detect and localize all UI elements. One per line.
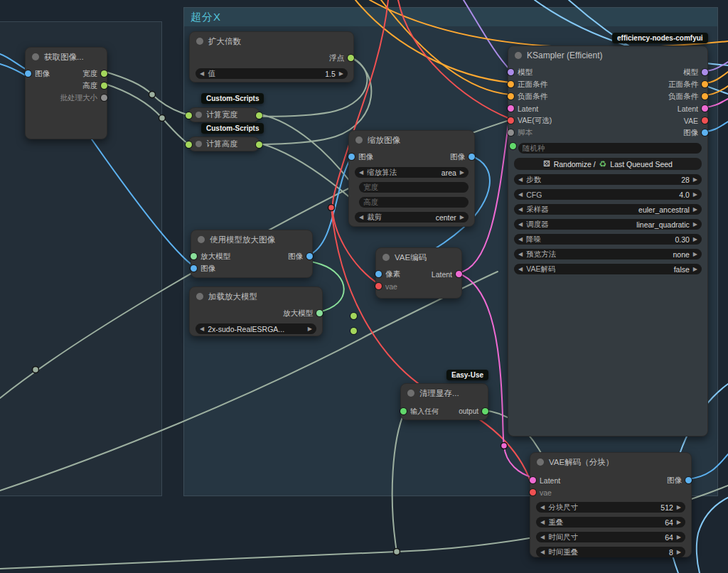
slot-dot[interactable] (702, 93, 708, 100)
slot-dot[interactable] (186, 141, 192, 148)
node-cleanup-vram[interactable]: 清理显存... 输入任何 output (400, 383, 488, 420)
widget-model-name[interactable]: ◀ 2x-sudo-RealESRGA... ▶ (196, 323, 316, 334)
slot-dot[interactable] (306, 253, 313, 259)
arrow-right-icon[interactable]: ▶ (339, 71, 343, 77)
slot-dot[interactable] (482, 408, 488, 414)
collapse-dot[interactable] (407, 390, 414, 397)
arrow-right-icon[interactable]: ▶ (693, 222, 697, 227)
slot-dot[interactable] (348, 154, 355, 160)
input-height-dot[interactable] (350, 328, 357, 334)
arrow-left-icon[interactable]: ◀ (540, 535, 545, 540)
node-title[interactable]: 清理显存... (401, 384, 488, 402)
arrow-right-icon[interactable]: ▶ (677, 520, 681, 525)
node-title[interactable]: 使用模型放大图像 (191, 230, 312, 249)
arrow-right-icon[interactable]: ▶ (677, 505, 681, 510)
widget-height[interactable]: 高度 (359, 197, 469, 208)
collapse-dot[interactable] (196, 141, 202, 147)
slot-dot[interactable] (508, 117, 514, 124)
arrow-right-icon[interactable]: ▶ (677, 550, 681, 555)
node-get-image[interactable]: 获取图像... 图像 宽度 高度 (25, 47, 107, 139)
node-title[interactable]: 获取图像... (26, 48, 107, 66)
arrow-right-icon[interactable]: ▶ (460, 170, 464, 176)
arrow-right-icon[interactable]: ▶ (693, 177, 697, 183)
arrow-left-icon[interactable]: ◀ (518, 252, 523, 257)
widget-tile-size[interactable]: ◀ 分块尺寸 512 ▶ (536, 502, 685, 513)
collapse-dot[interactable] (355, 136, 363, 144)
arrow-right-icon[interactable]: ▶ (677, 535, 681, 540)
node-calc-width[interactable]: 计算宽度 (188, 107, 260, 122)
node-title[interactable]: VAE编码 (376, 248, 461, 267)
arrow-left-icon[interactable]: ◀ (540, 520, 545, 525)
arrow-left-icon[interactable]: ◀ (518, 207, 523, 213)
node-scale-factor[interactable]: 扩大倍数 浮点 ◀ 值 1.5 ▶ (189, 31, 354, 82)
widget-vae-decode[interactable]: ◀ VAE解码 false ▶ (514, 264, 702, 274)
slot-dot[interactable] (702, 129, 708, 136)
node-calc-height[interactable]: 计算高度 (188, 136, 260, 151)
arrow-right-icon[interactable]: ▶ (460, 215, 464, 220)
node-title[interactable]: 扩大倍数 (190, 32, 353, 50)
widget-temporal-size[interactable]: ◀ 时间尺寸 64 ▶ (536, 532, 685, 542)
slot-dot[interactable] (530, 477, 536, 483)
arrow-right-icon[interactable]: ▶ (693, 192, 697, 198)
arrow-right-icon[interactable]: ▶ (693, 267, 697, 272)
widget-overlap[interactable]: ◀ 重叠 64 ▶ (536, 517, 685, 528)
input-image[interactable]: 图像 (348, 152, 373, 162)
input-pixels[interactable]: 像素 (375, 269, 400, 279)
widget-crop[interactable]: ◀ 裁剪 center ▶ (355, 212, 469, 223)
output-latent[interactable]: Latent (678, 105, 708, 113)
slot-dot[interactable] (508, 129, 514, 136)
widget-steps[interactable]: ◀ 步数 28 ▶ (514, 174, 702, 185)
collapse-dot[interactable] (382, 254, 390, 261)
slot-dot[interactable] (508, 81, 514, 87)
slot-dot[interactable] (101, 70, 107, 77)
slot-dot[interactable] (375, 283, 382, 289)
output-float[interactable]: 浮点 (329, 53, 354, 63)
input-model[interactable]: 模型 (508, 68, 532, 77)
slot-dot[interactable] (101, 82, 107, 89)
arrow-left-icon[interactable]: ◀ (540, 550, 545, 555)
arrow-left-icon[interactable]: ◀ (518, 267, 523, 272)
arrow-left-icon[interactable]: ◀ (200, 326, 204, 332)
slot-dot[interactable] (702, 105, 708, 112)
collapse-dot[interactable] (196, 112, 202, 118)
arrow-right-icon[interactable]: ▶ (308, 326, 312, 332)
input-image[interactable]: 图像 (191, 264, 215, 274)
node-title[interactable]: 加载放大模型 (190, 287, 322, 306)
input-anything[interactable]: 输入任何 (400, 407, 439, 417)
collapse-dot[interactable] (515, 52, 522, 59)
arrow-left-icon[interactable]: ◀ (518, 192, 523, 198)
node-title[interactable]: KSampler (Efficient) (508, 46, 707, 65)
slot-dot[interactable] (316, 310, 323, 316)
collapse-dot[interactable] (32, 53, 39, 60)
node-vae-decode-tiled[interactable]: VAE解码（分块） Latent 图像 vae (530, 452, 692, 557)
input-script[interactable]: 脚本 (508, 128, 532, 138)
node-load-upscale-model[interactable]: 加载放大模型 放大模型 ◀ 2x-sudo-RealESRGA... ▶ (189, 286, 323, 336)
output-image[interactable]: 图像 (667, 476, 692, 486)
group-header[interactable]: 超分X (184, 8, 717, 26)
input-positive[interactable]: 正面条件 (508, 80, 547, 90)
output-image[interactable]: 图像 (288, 252, 313, 262)
seed-widget[interactable]: 随机种 (518, 143, 702, 154)
slot-dot[interactable] (702, 69, 708, 75)
widget-scheduler[interactable]: ◀ 调度器 linear_quadratic ▶ (514, 219, 702, 230)
slot-dot[interactable] (508, 69, 514, 75)
collapse-dot[interactable] (196, 293, 203, 300)
input-vae-optional[interactable]: VAE(可选) (508, 116, 552, 126)
arrow-left-icon[interactable]: ◀ (540, 505, 545, 510)
slot-dot[interactable] (508, 93, 514, 100)
output-image[interactable]: 图像 (450, 152, 475, 162)
slot-dot[interactable] (191, 265, 197, 272)
slot-dot[interactable] (25, 70, 31, 77)
slot-dot[interactable] (256, 141, 262, 148)
widget-denoise[interactable]: ◀ 降噪 0.30 ▶ (514, 234, 702, 245)
input-vae[interactable]: vae (530, 488, 552, 497)
node-scale-image[interactable]: 缩放图像 图像 图像 ◀ 缩放算法 area ▶ 宽度 (348, 130, 475, 227)
input-latent[interactable]: Latent (530, 476, 560, 485)
output-positive[interactable]: 正面条件 (668, 80, 708, 90)
node-title[interactable]: VAE解码（分块） (530, 453, 691, 471)
input-latent[interactable]: Latent (508, 105, 538, 113)
slot-dot[interactable] (469, 154, 475, 160)
slot-dot[interactable] (348, 55, 354, 61)
arrow-right-icon[interactable]: ▶ (693, 237, 697, 242)
widget-preview-method[interactable]: ◀ 预览方法 none ▶ (514, 249, 702, 259)
